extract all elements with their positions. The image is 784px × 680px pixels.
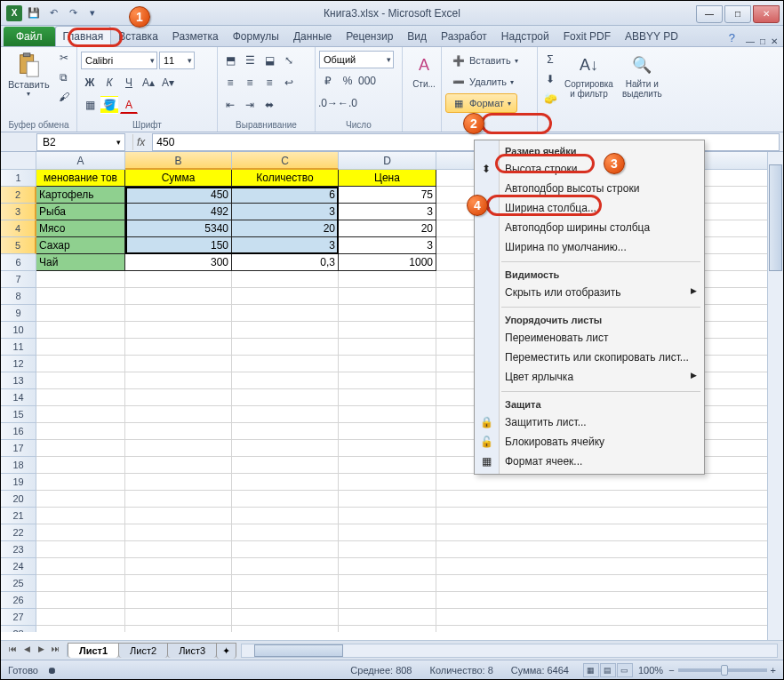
dd-rename-sheet[interactable]: Переименовать лист: [475, 328, 704, 348]
empty-cell[interactable]: [232, 626, 339, 632]
decrease-font-icon[interactable]: A▾: [159, 74, 177, 92]
empty-cell[interactable]: [232, 339, 339, 356]
paste-button[interactable]: Вставить ▾: [4, 49, 53, 100]
tab-file[interactable]: Файл: [4, 27, 55, 46]
empty-cell[interactable]: [436, 592, 783, 609]
empty-cell[interactable]: [125, 524, 232, 541]
data-cell[interactable]: 20: [339, 220, 436, 237]
empty-cell[interactable]: [232, 558, 339, 575]
view-page-break-icon[interactable]: ▭: [617, 663, 633, 677]
name-cell[interactable]: Мясо: [36, 220, 125, 237]
empty-cell[interactable]: [339, 423, 436, 440]
minimize-button[interactable]: —: [696, 5, 723, 23]
zoom-in-button[interactable]: +: [771, 665, 776, 676]
row-header-18[interactable]: 18: [1, 457, 36, 474]
empty-cell[interactable]: [125, 457, 232, 474]
save-icon[interactable]: 💾: [26, 5, 42, 21]
name-box[interactable]: B2: [36, 133, 125, 151]
empty-cell[interactable]: [339, 288, 436, 305]
empty-cell[interactable]: [36, 389, 125, 406]
tab-addins[interactable]: Надстрой: [494, 27, 556, 46]
qat-customize-icon[interactable]: ▾: [84, 5, 100, 21]
row-header-16[interactable]: 16: [1, 423, 36, 440]
styles-button[interactable]: A Сти...: [406, 49, 442, 91]
empty-cell[interactable]: [339, 271, 436, 288]
row-header-24[interactable]: 24: [1, 558, 36, 575]
empty-cell[interactable]: [232, 305, 339, 322]
data-cell[interactable]: 492: [125, 204, 232, 220]
comma-icon[interactable]: 000: [358, 72, 376, 90]
empty-cell[interactable]: [36, 305, 125, 322]
format-painter-icon[interactable]: 🖌: [55, 88, 73, 106]
empty-cell[interactable]: [436, 575, 783, 592]
empty-cell[interactable]: [339, 322, 436, 339]
data-cell[interactable]: 1000: [339, 254, 436, 271]
empty-cell[interactable]: [232, 389, 339, 406]
font-size-combo[interactable]: 11: [159, 52, 195, 69]
row-header-23[interactable]: 23: [1, 541, 36, 558]
row-header-27[interactable]: 27: [1, 609, 36, 626]
currency-icon[interactable]: ₽: [319, 72, 337, 90]
dd-tab-color[interactable]: Цвет ярлычка ▶: [475, 367, 704, 387]
row-header-5[interactable]: 5: [1, 237, 36, 254]
fill-icon[interactable]: ⬇: [541, 70, 559, 88]
empty-cell[interactable]: [125, 609, 232, 626]
empty-cell[interactable]: [125, 322, 232, 339]
increase-font-icon[interactable]: A▴: [140, 74, 157, 92]
col-header-B[interactable]: B: [125, 152, 232, 170]
new-sheet-button[interactable]: ✦: [216, 643, 236, 659]
tab-nav-next-icon[interactable]: ▶: [35, 644, 47, 657]
maximize-button[interactable]: □: [724, 5, 751, 23]
row-header-26[interactable]: 26: [1, 592, 36, 609]
copy-icon[interactable]: ⧉: [55, 68, 73, 86]
name-cell[interactable]: Сахар: [36, 237, 125, 254]
empty-cell[interactable]: [125, 271, 232, 288]
tab-nav-prev-icon[interactable]: ◀: [20, 644, 33, 657]
dd-hide-show[interactable]: Скрыть или отобразить ▶: [475, 283, 704, 302]
empty-cell[interactable]: [436, 524, 783, 541]
empty-cell[interactable]: [36, 609, 125, 626]
tab-nav-first-icon[interactable]: ⏮: [6, 644, 19, 657]
format-cells-button[interactable]: ▦ Формат▾: [445, 93, 517, 113]
empty-cell[interactable]: [125, 592, 232, 609]
dd-autofit-row[interactable]: Автоподбор высоты строки: [475, 179, 704, 198]
mdi-minimize-icon[interactable]: —: [746, 36, 755, 46]
cut-icon[interactable]: ✂: [55, 49, 73, 67]
row-header-25[interactable]: 25: [1, 575, 36, 592]
empty-cell[interactable]: [436, 558, 783, 575]
tab-review[interactable]: Рецензир: [339, 27, 400, 46]
empty-cell[interactable]: [339, 305, 436, 322]
empty-cell[interactable]: [125, 626, 232, 632]
empty-cell[interactable]: [36, 423, 125, 440]
align-bottom-icon[interactable]: ⬓: [260, 52, 278, 69]
empty-cell[interactable]: [125, 389, 232, 406]
row-header-20[interactable]: 20: [1, 491, 36, 508]
empty-cell[interactable]: [436, 508, 783, 524]
row-header-11[interactable]: 11: [1, 339, 36, 356]
data-cell[interactable]: 300: [125, 254, 232, 271]
empty-cell[interactable]: [36, 288, 125, 305]
empty-cell[interactable]: [36, 558, 125, 575]
wrap-text-icon[interactable]: ↩: [280, 74, 298, 92]
align-right-icon[interactable]: ≡: [260, 74, 278, 92]
row-header-1[interactable]: 1: [1, 170, 36, 187]
data-cell[interactable]: 3: [339, 204, 436, 220]
empty-cell[interactable]: [125, 288, 232, 305]
row-header-4[interactable]: 4: [1, 220, 36, 237]
decrease-indent-icon[interactable]: ⇤: [221, 96, 239, 114]
empty-cell[interactable]: [36, 541, 125, 558]
data-cell[interactable]: 6: [232, 187, 339, 204]
font-color-icon[interactable]: A: [120, 96, 138, 114]
row-header-2[interactable]: 2: [1, 187, 36, 204]
empty-cell[interactable]: [339, 626, 436, 632]
find-select-button[interactable]: 🔍 Найти и выделить: [619, 49, 666, 100]
decrease-decimal-icon[interactable]: ←.0: [339, 94, 356, 112]
empty-cell[interactable]: [36, 271, 125, 288]
empty-cell[interactable]: [125, 372, 232, 389]
empty-cell[interactable]: [232, 609, 339, 626]
empty-cell[interactable]: [36, 322, 125, 339]
empty-cell[interactable]: [36, 508, 125, 524]
data-cell[interactable]: 0,3: [232, 254, 339, 271]
redo-icon[interactable]: ↷: [65, 5, 81, 21]
increase-decimal-icon[interactable]: .0→: [319, 94, 337, 112]
